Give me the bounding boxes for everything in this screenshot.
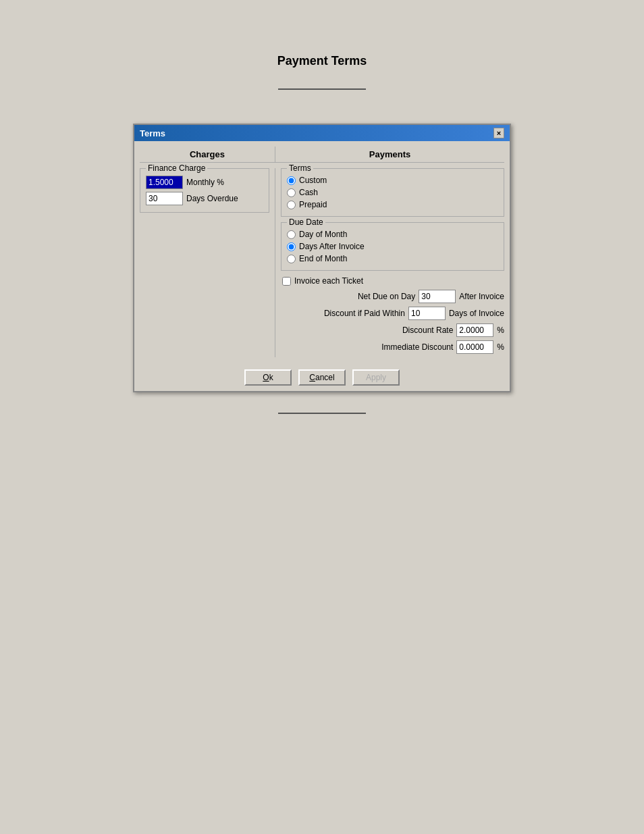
ok-button[interactable]: Ok bbox=[244, 369, 292, 386]
days-overdue-input[interactable] bbox=[146, 192, 183, 205]
bottom-divider bbox=[278, 413, 366, 414]
discount-rate-label: Discount Rate bbox=[402, 325, 453, 335]
charges-header: Charges bbox=[140, 147, 275, 162]
payments-header: Payments bbox=[275, 147, 504, 162]
charges-panel: Finance Charge Monthly % Days Overdue bbox=[140, 168, 275, 357]
monthly-input[interactable] bbox=[146, 176, 183, 189]
monthly-row: Monthly % bbox=[146, 176, 263, 189]
due-date-options: Day of Month Days After Invoice End of M… bbox=[287, 230, 498, 263]
cancel-label: Cancel bbox=[309, 373, 334, 382]
discount-paid-label: Discount if Paid Within bbox=[324, 309, 405, 318]
finance-charge-title: Finance Charge bbox=[146, 163, 207, 173]
finance-charge-content: Monthly % Days Overdue bbox=[146, 176, 263, 205]
due-day-of-month-label: Day of Month bbox=[299, 230, 347, 239]
days-overdue-row: Days Overdue bbox=[146, 192, 263, 205]
net-due-label: Net Due on Day bbox=[358, 292, 415, 301]
due-date-group-title: Due Date bbox=[287, 217, 325, 227]
net-due-suffix: After Invoice bbox=[459, 292, 504, 301]
immediate-discount-label: Immediate Discount bbox=[381, 342, 453, 352]
apply-label: Apply bbox=[366, 373, 386, 382]
terms-prepaid-radio[interactable] bbox=[287, 201, 296, 209]
terms-custom-label: Custom bbox=[299, 176, 327, 185]
button-row: Ok Cancel Apply bbox=[140, 364, 504, 386]
page-title: Payment Terms bbox=[277, 54, 367, 68]
due-end-of-month-radio[interactable] bbox=[287, 255, 296, 263]
terms-group: Terms Custom Cash Prepaid bbox=[281, 168, 504, 217]
discount-rate-suffix: % bbox=[497, 325, 504, 335]
terms-cash-radio[interactable] bbox=[287, 188, 296, 197]
terms-custom-row: Custom bbox=[287, 176, 498, 185]
close-button[interactable]: × bbox=[493, 128, 504, 138]
terms-prepaid-label: Prepaid bbox=[299, 200, 327, 209]
due-day-of-month-row: Day of Month bbox=[287, 230, 498, 239]
due-end-of-month-label: End of Month bbox=[299, 254, 347, 263]
terms-cash-row: Cash bbox=[287, 188, 498, 197]
columns-header: Charges Payments bbox=[140, 147, 504, 163]
due-end-of-month-row: End of Month bbox=[287, 254, 498, 263]
dialog-title: Terms bbox=[140, 128, 165, 138]
due-days-after-invoice-label: Days After Invoice bbox=[299, 242, 365, 251]
immediate-discount-input[interactable] bbox=[456, 340, 493, 354]
due-days-after-invoice-radio[interactable] bbox=[287, 242, 296, 251]
invoice-each-ticket-label: Invoice each Ticket bbox=[294, 276, 363, 286]
discount-paid-row: Discount if Paid Within Days of Invoice bbox=[281, 307, 504, 320]
ok-label: Ok bbox=[263, 373, 273, 382]
terms-custom-radio[interactable] bbox=[287, 176, 296, 185]
immediate-discount-suffix: % bbox=[497, 342, 504, 352]
due-day-of-month-radio[interactable] bbox=[287, 230, 296, 239]
dialog-titlebar: Terms × bbox=[134, 125, 510, 141]
immediate-discount-row: Immediate Discount % bbox=[281, 340, 504, 354]
terms-prepaid-row: Prepaid bbox=[287, 200, 498, 209]
apply-button[interactable]: Apply bbox=[352, 369, 400, 386]
terms-options: Custom Cash Prepaid bbox=[287, 176, 498, 209]
discount-rate-row: Discount Rate % bbox=[281, 323, 504, 337]
terms-group-title: Terms bbox=[287, 163, 313, 173]
net-due-input[interactable] bbox=[419, 290, 456, 303]
payments-panel: Terms Custom Cash Prepaid bbox=[275, 168, 504, 357]
due-days-after-invoice-row: Days After Invoice bbox=[287, 242, 498, 251]
top-divider bbox=[278, 88, 366, 90]
discount-paid-suffix: Days of Invoice bbox=[449, 309, 504, 318]
columns-content: Finance Charge Monthly % Days Overdue bbox=[140, 168, 504, 357]
dialog-body: Charges Payments Finance Charge Monthly … bbox=[134, 141, 510, 391]
monthly-label: Monthly % bbox=[186, 178, 224, 187]
terms-cash-label: Cash bbox=[299, 188, 318, 197]
days-overdue-label: Days Overdue bbox=[186, 194, 238, 203]
invoice-each-ticket-checkbox[interactable] bbox=[282, 277, 291, 286]
due-date-group: Due Date Day of Month Days After Invoice bbox=[281, 222, 504, 271]
cancel-button[interactable]: Cancel bbox=[298, 369, 346, 386]
invoice-each-ticket-row: Invoice each Ticket bbox=[281, 276, 504, 286]
discount-paid-input[interactable] bbox=[408, 307, 446, 320]
terms-dialog: Terms × Charges Payments Finance Charge … bbox=[133, 124, 511, 392]
net-due-row: Net Due on Day After Invoice bbox=[281, 290, 504, 303]
finance-charge-group: Finance Charge Monthly % Days Overdue bbox=[140, 168, 269, 213]
discount-rate-input[interactable] bbox=[456, 323, 493, 337]
